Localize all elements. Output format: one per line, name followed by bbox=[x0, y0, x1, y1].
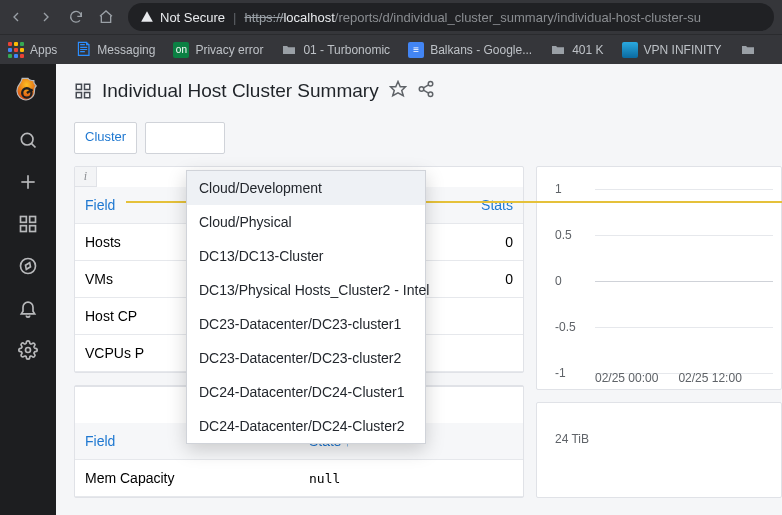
bookmark-label: Balkans - Google... bbox=[430, 43, 532, 57]
bookmark-privacy-error[interactable]: onPrivacy error bbox=[173, 42, 263, 58]
dropdown-option[interactable]: DC13/Physical Hosts_Cluster2 - Intel bbox=[187, 273, 425, 307]
line-chart: 1 0.5 0 -0.5 -1 02/25 00:00 bbox=[555, 181, 773, 381]
not-secure-text: Not Secure bbox=[160, 10, 225, 25]
svg-point-9 bbox=[21, 259, 36, 274]
cluster-dropdown: Cloud/Development Cloud/Physical DC13/DC… bbox=[186, 170, 426, 444]
bookmark-folder-turbonomic[interactable]: 01 - Turbonomic bbox=[281, 42, 390, 58]
privacy-icon: on bbox=[173, 42, 189, 58]
svg-rect-8 bbox=[30, 226, 36, 232]
bookmark-label: Messaging bbox=[97, 43, 155, 57]
y-tick: 1 bbox=[555, 182, 562, 196]
svg-point-19 bbox=[428, 92, 433, 97]
bookmark-folder-401k[interactable]: 401 K bbox=[550, 42, 603, 58]
svg-point-11 bbox=[26, 348, 31, 353]
variable-label-cluster: Cluster bbox=[74, 122, 137, 154]
svg-line-20 bbox=[423, 85, 428, 88]
x-axis: 02/25 00:00 02/25 12:00 bbox=[595, 371, 773, 385]
svg-rect-5 bbox=[21, 217, 27, 223]
svg-marker-10 bbox=[26, 263, 31, 270]
home-icon[interactable] bbox=[98, 9, 114, 25]
share-icon[interactable] bbox=[417, 80, 435, 102]
y-tick: 0.5 bbox=[555, 228, 572, 242]
explore-icon[interactable] bbox=[18, 256, 38, 276]
dropdown-option[interactable]: DC23-Datacenter/DC23-cluster1 bbox=[187, 307, 425, 341]
folder-icon bbox=[550, 42, 566, 58]
table-row: Mem Capacitynull bbox=[75, 460, 523, 497]
folder-icon bbox=[740, 42, 756, 58]
bookmarks-bar: Apps Messaging onPrivacy error 01 - Turb… bbox=[0, 34, 782, 64]
bookmark-label: 401 K bbox=[572, 43, 603, 57]
y-tick: -0.5 bbox=[555, 320, 576, 334]
favorite-icon[interactable] bbox=[389, 80, 407, 102]
apps-grid-icon bbox=[8, 42, 24, 58]
grafana-sidenav bbox=[0, 64, 56, 515]
dropdown-option[interactable]: DC24-Datacenter/DC24-Cluster2 bbox=[187, 409, 425, 443]
bookmark-apps[interactable]: Apps bbox=[8, 42, 57, 58]
alerts-icon[interactable] bbox=[18, 298, 38, 318]
bookmark-label: 01 - Turbonomic bbox=[303, 43, 390, 57]
dropdown-option[interactable]: Cloud/Development bbox=[187, 171, 425, 205]
bookmark-label: Apps bbox=[30, 43, 57, 57]
messaging-icon bbox=[75, 42, 91, 58]
forward-icon[interactable] bbox=[38, 9, 54, 25]
dashboards-icon[interactable] bbox=[18, 214, 38, 234]
svg-line-2 bbox=[31, 143, 35, 147]
svg-point-1 bbox=[21, 133, 33, 145]
url-separator: | bbox=[233, 10, 236, 25]
svg-marker-16 bbox=[390, 82, 405, 96]
svg-point-18 bbox=[419, 87, 424, 92]
panel-timeseries-chart: 1 0.5 0 -0.5 -1 02/25 00:00 bbox=[536, 166, 782, 390]
svg-rect-15 bbox=[85, 93, 90, 98]
url-text: https://localhost/reports/d/individual_c… bbox=[244, 10, 701, 25]
y-tick: 0 bbox=[555, 274, 562, 288]
dropdown-option[interactable]: DC24-Datacenter/DC24-Cluster1 bbox=[187, 375, 425, 409]
y-tick: -1 bbox=[555, 366, 566, 380]
bookmark-messaging[interactable]: Messaging bbox=[75, 42, 155, 58]
back-icon[interactable] bbox=[8, 9, 24, 25]
y-tick: 24 TiB bbox=[555, 432, 589, 446]
dropdown-option[interactable]: Cloud/Physical bbox=[187, 205, 425, 239]
page-title: Individual Host Cluster Summary bbox=[102, 80, 379, 102]
x-tick: 02/25 00:00 bbox=[595, 371, 658, 385]
svg-line-21 bbox=[423, 90, 428, 93]
vpn-icon bbox=[622, 42, 638, 58]
svg-rect-7 bbox=[21, 226, 27, 232]
variable-input-cluster[interactable] bbox=[145, 122, 225, 154]
bookmark-balkans[interactable]: ≡Balkans - Google... bbox=[408, 42, 532, 58]
docs-icon: ≡ bbox=[408, 42, 424, 58]
bookmark-label: Privacy error bbox=[195, 43, 263, 57]
svg-point-17 bbox=[428, 82, 433, 87]
create-icon[interactable] bbox=[18, 172, 38, 192]
dropdown-option[interactable]: DC23-Datacenter/DC23-cluster2 bbox=[187, 341, 425, 375]
panel-info-icon[interactable]: i bbox=[75, 167, 97, 187]
x-tick: 02/25 12:00 bbox=[678, 371, 741, 385]
browser-toolbar: Not Secure | https://localhost/reports/d… bbox=[0, 0, 782, 34]
svg-rect-13 bbox=[85, 84, 90, 89]
page-header: Individual Host Cluster Summary bbox=[56, 64, 782, 122]
url-bar[interactable]: Not Secure | https://localhost/reports/d… bbox=[128, 3, 774, 31]
dashboard-main: Individual Host Cluster Summary Cluster … bbox=[56, 64, 782, 515]
folder-icon bbox=[281, 42, 297, 58]
bookmark-label: VPN INFINITY bbox=[644, 43, 722, 57]
svg-rect-12 bbox=[76, 84, 81, 89]
not-secure-badge: Not Secure bbox=[140, 10, 225, 25]
svg-rect-6 bbox=[30, 217, 36, 223]
bookmark-vpn[interactable]: VPN INFINITY bbox=[622, 42, 722, 58]
grafana-logo[interactable] bbox=[14, 76, 42, 108]
panel-memory-chart: 24 TiB bbox=[536, 402, 782, 498]
search-icon[interactable] bbox=[18, 130, 38, 150]
dropdown-option[interactable]: DC13/DC13-Cluster bbox=[187, 239, 425, 273]
bookmark-folder-more[interactable] bbox=[740, 42, 756, 58]
settings-icon[interactable] bbox=[18, 340, 38, 360]
template-variables-row: Cluster bbox=[56, 122, 782, 166]
dashboard-grid-icon bbox=[74, 82, 92, 100]
svg-rect-14 bbox=[76, 93, 81, 98]
reload-icon[interactable] bbox=[68, 9, 84, 25]
